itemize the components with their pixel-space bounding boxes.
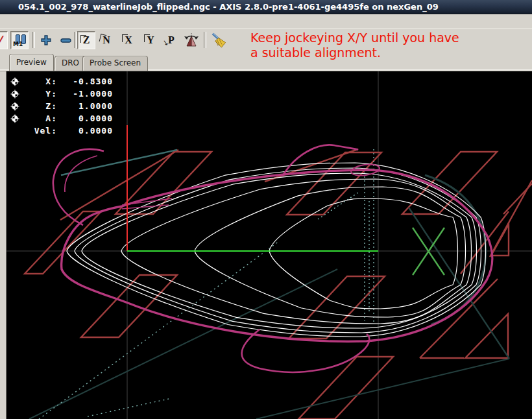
view-z-icon: Z [83,35,90,45]
rapid-moves-dashed [39,149,374,419]
teal-lines [29,150,509,419]
toolbar-separator [32,32,35,48]
tab-probe-screen[interactable]: Probe Screen [82,56,148,71]
dro-row-x: X:-0.8300 [8,75,113,88]
zoom-in-icon [40,34,53,47]
annotation-note: Keep jockeying X/Y until you have a suit… [250,30,497,60]
rotate-view-button[interactable] [182,31,200,49]
dro-row-z: Z:1.0000 [8,100,113,112]
axis-window: 054.1_002_978_waterlineJob_flipped.ngc -… [0,0,532,419]
tab-dro[interactable]: DRO [54,56,86,71]
dro-readout: X:-0.8300 Y:-1.0000 Z:1.0000 [8,75,113,137]
clear-plot-icon [210,32,227,49]
view-perspective-button[interactable]: ↓ P [162,31,180,49]
view-perspective-icon: P [168,35,175,45]
tab-preview[interactable]: Preview [9,54,54,71]
rotate-cone-icon [183,32,200,49]
view-x-icon: X [125,35,132,45]
toolbar-separator [204,32,206,48]
zoom-in-button[interactable] [37,31,55,49]
homed-icon [10,90,19,99]
view-y-icon: Y [147,35,154,45]
view-z-rotated-icon: N [103,35,110,45]
window-titlebar[interactable]: 054.1_002_978_waterlineJob_flipped.ngc -… [0,0,532,14]
optional-stop-button[interactable]: M1 [10,31,29,49]
homed-icon [10,77,19,86]
block-delete-icon: / [0,34,1,47]
dro-row-vel: Vel:0.0000 [8,125,113,137]
view-front-button[interactable]: Y [141,31,160,49]
toolbar-separator [74,32,77,48]
view-top-button[interactable]: Z [77,31,95,49]
homed-icon [10,102,19,111]
zoom-out-icon [59,34,72,47]
homed-icon [10,114,19,123]
zoom-out-button[interactable] [56,31,75,49]
feed-contours [67,163,486,337]
dro-row-a: A:0.0000 [8,112,113,125]
preview-area[interactable]: X:-0.8300 Y:-1.0000 Z:1.0000 [6,71,532,419]
window-title: 054.1_002_978_waterlineJob_flipped.ngc -… [0,0,532,14]
left-panel-strip [0,71,6,419]
dro-row-y: Y:-1.0000 [8,88,113,100]
menu-band [0,14,532,29]
clear-plot-button[interactable] [210,31,228,49]
view-side-button[interactable]: X [119,31,138,49]
view-rotated-top-button[interactable]: N [97,31,115,49]
block-delete-button[interactable]: / [0,31,8,49]
